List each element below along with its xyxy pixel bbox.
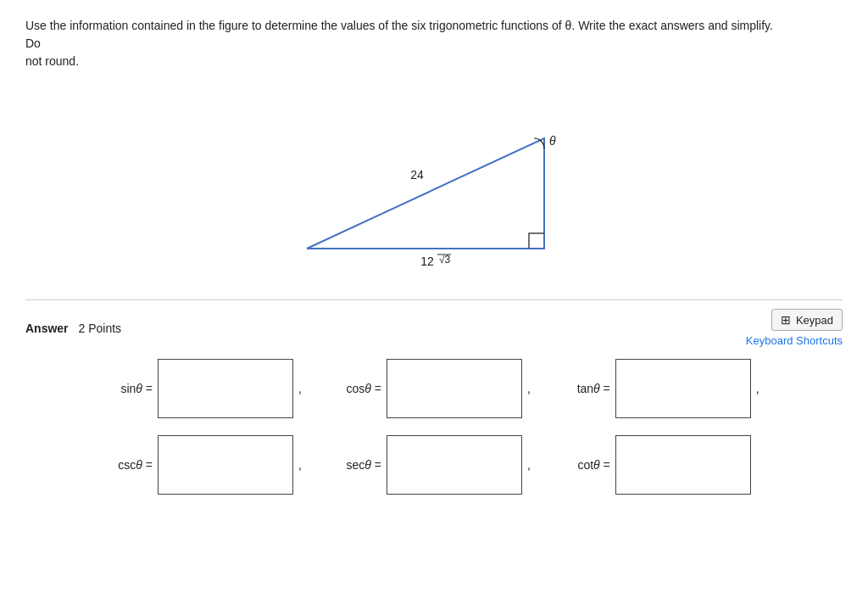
cos-label: cosθ = xyxy=(305,382,381,395)
trig-grid: sinθ = , cosθ = , tanθ = , cscθ = , xyxy=(25,359,843,495)
comma-4: , xyxy=(298,458,302,472)
sec-label: secθ = xyxy=(305,458,381,472)
trig-row-2: cscθ = , secθ = , cotθ = xyxy=(76,435,843,495)
points-label: 2 Points xyxy=(78,322,121,335)
comma-1: , xyxy=(298,382,302,395)
tan-input-box[interactable] xyxy=(615,359,751,418)
base-sqrt: √3 xyxy=(439,254,451,266)
cot-input-box[interactable] xyxy=(615,435,751,495)
question-line2: not round. xyxy=(25,54,79,68)
comma-2: , xyxy=(527,382,531,395)
cos-input-box[interactable] xyxy=(387,359,522,418)
hypotenuse-label: 24 xyxy=(410,168,424,182)
cot-label: cotθ = xyxy=(534,458,610,472)
trig-row-1: sinθ = , cosθ = , tanθ = , xyxy=(76,359,843,418)
keypad-button-label: Keypad xyxy=(796,314,833,327)
comma-5: , xyxy=(527,458,531,472)
question-text: Use the information contained in the fig… xyxy=(25,17,788,70)
sin-input-box[interactable] xyxy=(158,359,293,418)
triangle-figure: 24 12 √3 θ xyxy=(256,87,612,274)
sin-label: sinθ = xyxy=(76,382,153,395)
sec-input-box[interactable] xyxy=(387,435,522,495)
figure-area: 24 12 √3 θ xyxy=(25,87,843,274)
comma-3: , xyxy=(756,382,760,395)
csc-label: cscθ = xyxy=(76,458,153,472)
answer-label-area: Answer 2 Points xyxy=(25,322,121,335)
theta-label: θ xyxy=(549,134,556,148)
page: Use the information contained in the fig… xyxy=(0,0,868,593)
keypad-area: ⊞ Keypad Keyboard Shortcuts xyxy=(746,309,843,347)
base-label: 12 xyxy=(420,255,434,268)
csc-input-box[interactable] xyxy=(158,435,293,495)
answer-header: Answer 2 Points ⊞ Keypad Keyboard Shortc… xyxy=(25,299,843,350)
keyboard-shortcuts-link[interactable]: Keyboard Shortcuts xyxy=(746,334,843,347)
keypad-button[interactable]: ⊞ Keypad xyxy=(771,309,843,331)
keypad-icon: ⊞ xyxy=(781,313,791,327)
tan-label: tanθ = xyxy=(534,382,610,395)
question-line1: Use the information contained in the fig… xyxy=(25,19,773,50)
answer-label: Answer xyxy=(25,322,69,335)
